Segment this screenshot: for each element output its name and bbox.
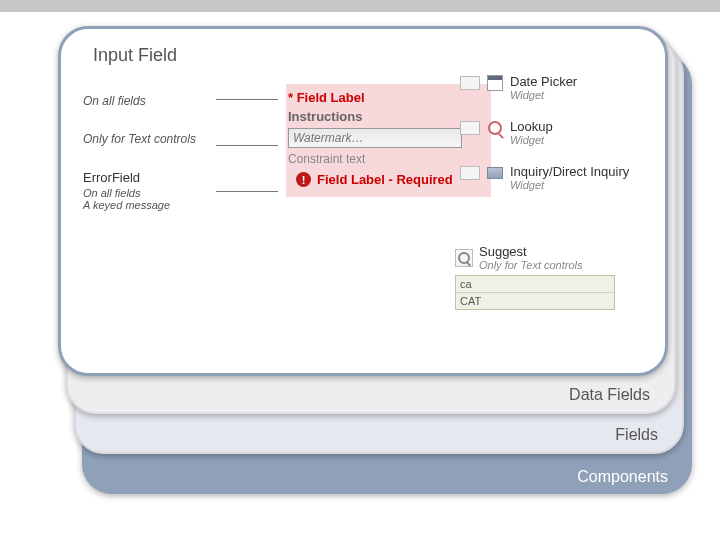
field-box-icon <box>460 166 480 180</box>
widget-list: Date Picker Widget Lookup Widget <box>460 74 645 209</box>
widget-sub: Only for Text controls <box>479 259 583 271</box>
note-error-line2: A keyed message <box>83 199 223 211</box>
layer-data-label: Data Fields <box>569 386 650 404</box>
panel-title: Input Field <box>93 45 665 66</box>
widget-suggest: Suggest Only for Text controls ca CAT <box>455 244 615 310</box>
note-text-only: Only for Text controls <box>83 132 223 146</box>
field-box-icon <box>460 121 480 135</box>
field-box-icon <box>460 76 480 90</box>
note-error-title: ErrorField <box>83 170 223 185</box>
widget-name: Suggest <box>479 244 583 259</box>
layer-components-label: Components <box>577 468 668 486</box>
layer-fields-label: Fields <box>615 426 658 444</box>
widget-name: Inquiry/Direct Inquiry <box>510 164 629 179</box>
connector-line <box>216 99 278 100</box>
note-all-fields: On all fields <box>83 94 223 108</box>
book-icon <box>486 164 504 182</box>
connector-line <box>216 145 278 146</box>
widget-inquiry: Inquiry/Direct Inquiry Widget <box>460 164 645 191</box>
widget-date-picker: Date Picker Widget <box>460 74 645 101</box>
widget-sub: Widget <box>510 134 553 146</box>
widget-sub: Widget <box>510 89 577 101</box>
top-bar <box>0 0 720 12</box>
widget-sub: Widget <box>510 179 629 191</box>
note-error-line1: On all fields <box>83 187 223 199</box>
suggest-row[interactable]: ca <box>456 276 614 293</box>
widget-name: Date Picker <box>510 74 577 89</box>
layer-input-field: Input Field On all fields Only for Text … <box>58 26 668 376</box>
watermark-input[interactable] <box>288 128 462 148</box>
suggest-dropdown: ca CAT <box>455 275 615 310</box>
suggest-row[interactable]: CAT <box>456 293 614 309</box>
error-icon: ! <box>296 172 311 187</box>
panel-content: On all fields Only for Text controls Err… <box>61 66 665 356</box>
calendar-icon <box>486 74 504 92</box>
widget-lookup: Lookup Widget <box>460 119 645 146</box>
widget-name: Lookup <box>510 119 553 134</box>
error-message: Field Label - Required <box>317 172 453 187</box>
lookup-icon <box>486 119 504 137</box>
annotations-left: On all fields Only for Text controls Err… <box>83 94 223 211</box>
search-icon <box>455 249 473 267</box>
connector-line <box>216 191 278 192</box>
